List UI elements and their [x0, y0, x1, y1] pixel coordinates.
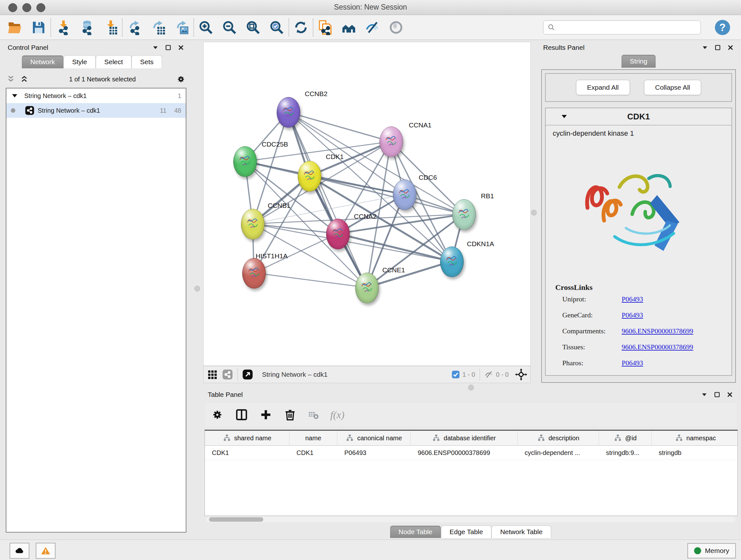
table-cell[interactable]: 9606.ENSP00000378699	[411, 446, 518, 460]
column-header-canonical-name[interactable]: canonical name	[337, 431, 411, 445]
expand-all-networks-icon[interactable]	[6, 75, 15, 84]
help-button[interactable]: ?	[714, 19, 731, 36]
delete-column-icon[interactable]	[284, 408, 296, 421]
close-panel-icon[interactable]	[178, 44, 185, 51]
collapse-panel-icon[interactable]	[701, 44, 709, 51]
network-node-CCNB1[interactable]	[241, 209, 265, 240]
network-collection-row[interactable]: String Network – cdk1 1	[6, 88, 186, 103]
open-session-button[interactable]	[6, 18, 24, 37]
clone-network-button[interactable]	[316, 18, 334, 37]
tab-sets[interactable]: Sets	[131, 55, 162, 68]
column-header-name[interactable]: name	[289, 431, 337, 445]
tab-network-table[interactable]: Network Table	[491, 525, 551, 538]
tab-string[interactable]: String	[621, 55, 656, 68]
column-header-description[interactable]: description	[518, 431, 599, 445]
float-panel-icon[interactable]	[714, 391, 721, 398]
detach-view-icon[interactable]	[242, 369, 253, 380]
network-canvas[interactable]: CCNB2 CCNA1 CDC25B CDK1 CDC6 RB1 CCNB1 C…	[203, 42, 531, 366]
memory-label: Memory	[705, 547, 729, 555]
table-settings-gear-icon[interactable]	[211, 408, 224, 421]
column-network-icon	[675, 434, 683, 442]
table-row[interactable]: CDK1CDK1P064939606.ENSP00000378699cyclin…	[205, 446, 738, 460]
import-network-file-button[interactable]	[54, 18, 72, 37]
zoom-fit-button[interactable]	[244, 18, 262, 37]
network-node-CCNB2[interactable]	[277, 97, 300, 128]
collapse-all-button[interactable]: Collapse All	[644, 80, 701, 95]
table-cell[interactable]: P06493	[337, 446, 411, 460]
export-network-button[interactable]	[125, 18, 144, 37]
float-panel-icon[interactable]	[165, 44, 172, 51]
column-header-shared-name[interactable]: shared name	[205, 431, 289, 445]
selected-checkbox-icon[interactable]	[452, 370, 460, 379]
expand-all-button[interactable]: Expand All	[576, 80, 630, 95]
close-panel-icon[interactable]	[727, 44, 734, 51]
column-header-namespac[interactable]: namespac	[652, 431, 738, 445]
show-graphics-details-button[interactable]	[387, 18, 405, 37]
import-table-file-button[interactable]	[101, 18, 119, 37]
collapse-panel-icon[interactable]	[152, 44, 159, 51]
save-session-button[interactable]	[29, 18, 48, 37]
network-node-RB1[interactable]	[452, 199, 476, 230]
show-columns-icon[interactable]	[235, 408, 248, 421]
float-panel-icon[interactable]	[714, 44, 721, 51]
search-box[interactable]	[543, 20, 701, 35]
crosslink-link[interactable]: P06493	[622, 311, 643, 319]
close-panel-icon[interactable]	[726, 391, 733, 398]
collection-expander-icon[interactable]	[11, 92, 18, 100]
add-column-icon[interactable]	[259, 408, 272, 421]
memory-button[interactable]: Memory	[687, 543, 736, 558]
network-options-gear-icon[interactable]	[176, 74, 186, 84]
tab-style[interactable]: Style	[64, 55, 96, 68]
collapse-all-networks-icon[interactable]	[20, 75, 29, 84]
crosslink-link[interactable]: 9606.ENSP00000378699	[622, 327, 693, 335]
table-cell[interactable]: stringdb	[652, 446, 738, 460]
export-table-button[interactable]	[149, 18, 167, 37]
right-splitter-handle[interactable]	[531, 210, 537, 215]
birdseye-navigator-icon[interactable]	[515, 368, 527, 381]
crosslink-link[interactable]: P06493	[622, 359, 643, 367]
hscroll-thumb[interactable]	[209, 517, 263, 522]
table-cell[interactable]: stringdb:9...	[599, 446, 652, 460]
table-cell[interactable]: CDK1	[289, 446, 337, 460]
network-view-icon[interactable]	[222, 369, 233, 380]
network-node-CDKN1A[interactable]	[440, 246, 464, 277]
network-node-HIST1H1A[interactable]	[242, 258, 266, 289]
network-node-CDK1[interactable]	[298, 161, 321, 192]
collapse-panel-icon[interactable]	[701, 391, 708, 398]
first-neighbors-button[interactable]	[340, 18, 358, 37]
hidden-eye-icon[interactable]	[484, 370, 493, 379]
crosslink-link[interactable]: P06493	[622, 295, 643, 303]
tab-select[interactable]: Select	[96, 55, 131, 68]
network-node-CDC6[interactable]	[393, 179, 416, 210]
table-cell[interactable]: CDK1	[205, 446, 289, 460]
tab-edge-table[interactable]: Edge Table	[441, 525, 492, 538]
network-node-CCNA1[interactable]	[380, 126, 403, 157]
import-network-database-button[interactable]	[77, 18, 96, 37]
tab-node-table[interactable]: Node Table	[390, 525, 441, 538]
table-hscrollbar[interactable]	[206, 516, 735, 522]
export-image-button[interactable]	[172, 18, 191, 37]
cloud-status-button[interactable]	[10, 543, 29, 559]
zoom-selected-button[interactable]	[267, 18, 286, 37]
column-header-@id[interactable]: @id	[599, 431, 652, 445]
refresh-button[interactable]	[292, 18, 310, 37]
zoom-in-button[interactable]	[197, 18, 215, 37]
entry-expander-icon[interactable]	[560, 113, 568, 120]
network-node-CCNE1[interactable]	[355, 273, 379, 303]
warnings-button[interactable]	[36, 543, 56, 559]
grid-view-icon[interactable]	[207, 369, 218, 380]
network-row[interactable]: String Network – cdk1 11 48	[6, 103, 186, 118]
node-label-CCNB1: CCNB1	[268, 202, 290, 209]
tab-network[interactable]: Network	[22, 55, 64, 68]
column-header-database-identifier[interactable]: database identifier	[411, 431, 518, 445]
zoom-out-button[interactable]	[220, 18, 239, 37]
hide-selected-button[interactable]	[363, 18, 382, 37]
search-input[interactable]	[558, 23, 697, 31]
network-node-CDC25B[interactable]	[233, 146, 257, 177]
table-cell[interactable]: cyclin-dependent ...	[518, 446, 599, 460]
left-splitter-handle[interactable]	[194, 286, 200, 292]
network-edges[interactable]	[204, 42, 530, 366]
node-label-CCNA2: CCNA2	[354, 212, 377, 220]
crosslink-link[interactable]: 9606.ENSP00000378699	[622, 343, 693, 351]
network-node-CCNA2[interactable]	[326, 219, 350, 249]
